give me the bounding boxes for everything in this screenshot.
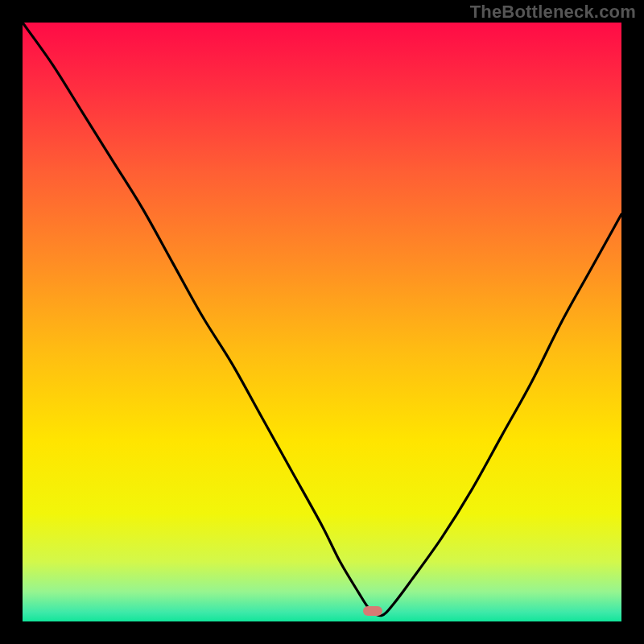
chart-frame: TheBottleneck.com [0,0,644,644]
plot-area [23,23,621,621]
optimal-point-marker [363,606,382,616]
attribution-text: TheBottleneck.com [470,2,636,23]
bottleneck-curve [23,23,621,621]
